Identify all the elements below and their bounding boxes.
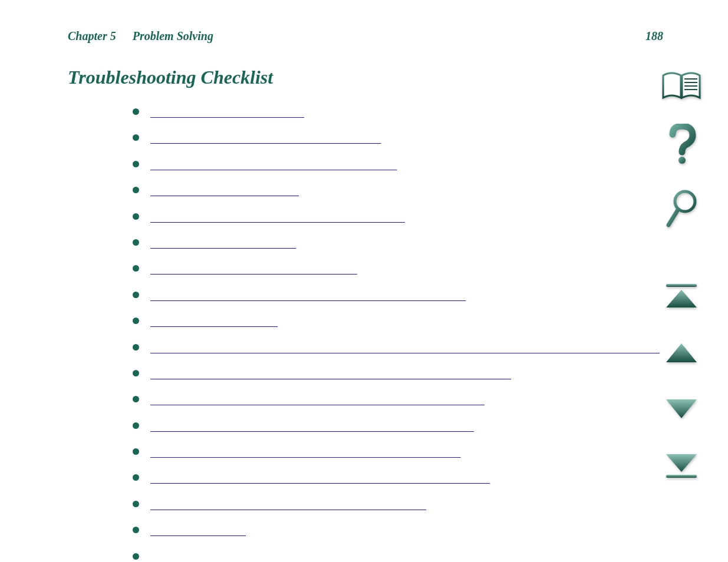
nav-search-button[interactable] (664, 189, 699, 230)
checklist-item (133, 153, 578, 178)
book-icon (661, 71, 702, 100)
nav-next-button[interactable] (664, 397, 699, 421)
checklist-item (133, 388, 578, 414)
checklist-link[interactable] (150, 107, 304, 119)
next-page-icon (664, 397, 699, 421)
last-page-icon (664, 453, 699, 479)
pdf-nav-sidebar (661, 71, 702, 479)
nav-last-button[interactable] (664, 453, 699, 479)
prev-page-icon (664, 341, 699, 365)
svg-point-4 (678, 157, 686, 164)
checklist-link[interactable] (150, 395, 485, 406)
checklist-item (133, 466, 578, 492)
svg-marker-8 (666, 290, 697, 308)
checklist-link[interactable] (150, 552, 270, 562)
checklist-link[interactable] (150, 421, 474, 433)
checklist-item (133, 362, 578, 388)
checklist-item (133, 283, 578, 309)
checklist-link[interactable] (150, 160, 397, 171)
checklist-item (133, 231, 578, 257)
checklist-item (133, 545, 578, 562)
page-title: Troubleshooting Checklist (68, 67, 578, 88)
checklist-link[interactable] (150, 186, 299, 197)
svg-line-6 (668, 210, 678, 225)
section-label: Problem Solving (133, 29, 213, 43)
checklist-link[interactable] (150, 473, 490, 485)
checklist-item (133, 414, 578, 440)
svg-marker-9 (666, 343, 697, 362)
checklist-link[interactable] (150, 447, 461, 459)
checklist-item (133, 518, 578, 544)
svg-marker-11 (666, 454, 697, 472)
checklist-item (133, 492, 578, 518)
magnifier-icon (664, 189, 699, 230)
nav-prev-button[interactable] (664, 341, 699, 365)
nav-first-button[interactable] (664, 283, 699, 309)
checklist-link[interactable] (150, 525, 246, 537)
checklist-link[interactable] (150, 369, 511, 381)
nav-help-button[interactable] (666, 124, 697, 165)
checklist-item (133, 205, 578, 231)
checklist-link[interactable] (150, 343, 660, 355)
checklist-link[interactable] (150, 290, 466, 302)
checklist-item (133, 100, 578, 126)
checklist-item (133, 178, 578, 204)
troubleshooting-checklist (68, 100, 578, 562)
checklist-item (133, 126, 578, 152)
checklist-item (133, 336, 578, 362)
chapter-label: Chapter 5 (68, 29, 116, 43)
checklist-link[interactable] (150, 133, 381, 145)
checklist-link[interactable] (150, 500, 426, 511)
svg-rect-7 (666, 284, 697, 287)
running-head: Chapter 5 Problem Solving (68, 29, 578, 43)
checklist-link[interactable] (150, 212, 405, 224)
checklist-item (133, 257, 578, 283)
checklist-item (133, 440, 578, 466)
checklist-item (133, 309, 578, 335)
checklist-link[interactable] (150, 316, 278, 328)
checklist-link[interactable] (150, 238, 297, 250)
document-page: 188 Chapter 5 Problem Solving Troublesho… (0, 0, 643, 562)
svg-marker-10 (666, 399, 697, 418)
first-page-icon (664, 283, 699, 309)
page-number: 188 (645, 29, 663, 43)
nav-contents-button[interactable] (661, 71, 702, 100)
question-icon (666, 124, 697, 165)
svg-rect-12 (666, 475, 697, 478)
checklist-link[interactable] (150, 264, 357, 276)
